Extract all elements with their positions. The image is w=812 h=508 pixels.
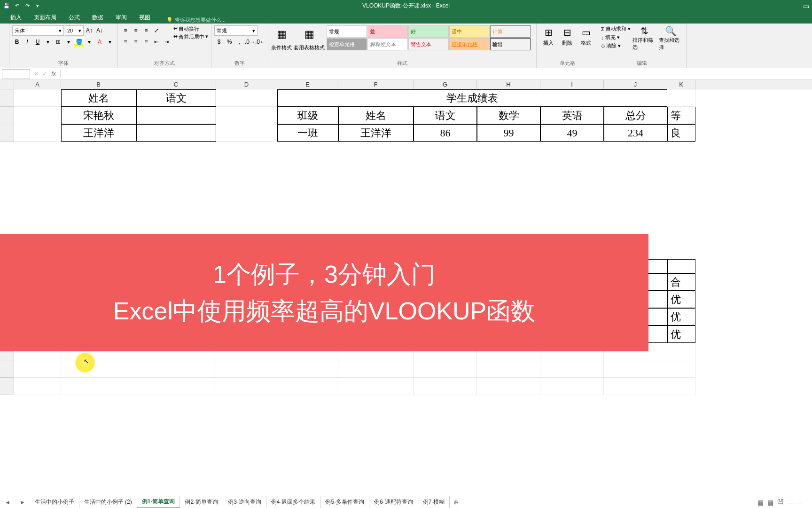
cell[interactable] — [14, 89, 61, 107]
clear-button[interactable]: ◇清除▾ — [601, 42, 631, 49]
row-header[interactable] — [0, 89, 14, 107]
sheet-tab[interactable]: 例2-简单查询 — [180, 496, 223, 508]
sheet-tab[interactable]: 例7-模糊 — [418, 496, 450, 508]
qat-customize-icon[interactable]: ▾ — [34, 2, 41, 10]
sheet-tab[interactable]: 例6-通配符查询 — [369, 496, 418, 508]
cell[interactable]: 良 — [667, 124, 695, 142]
bold-button[interactable]: B — [12, 37, 22, 47]
percent-icon[interactable]: % — [225, 37, 234, 47]
cell[interactable]: 一班 — [277, 124, 338, 142]
cell[interactable]: 86 — [414, 124, 477, 142]
fill-color-dropdown[interactable]: ▾ — [85, 37, 94, 47]
font-size-select[interactable]: 20▾ — [65, 25, 84, 36]
style-good[interactable]: 好 — [408, 25, 449, 38]
decrease-font-icon[interactable]: A↓ — [95, 25, 104, 36]
view-layout-icon[interactable]: ▤ — [767, 499, 773, 506]
increase-decimal-icon[interactable]: .0→ — [245, 37, 255, 47]
cell[interactable]: 99 — [477, 124, 540, 142]
style-linked[interactable]: 链接单元格 — [449, 38, 490, 50]
tab-view[interactable]: 视图 — [133, 12, 156, 24]
underline-dropdown[interactable]: ▾ — [43, 37, 53, 47]
cell[interactable] — [136, 107, 216, 124]
cell[interactable] — [667, 89, 695, 107]
cell[interactable]: 49 — [540, 124, 604, 142]
cell[interactable]: 优 — [667, 325, 695, 343]
cell[interactable]: 语文 — [414, 107, 477, 124]
style-neutral[interactable]: 适中 — [449, 25, 490, 38]
cell[interactable]: 姓名 — [61, 89, 136, 107]
col-header[interactable]: H — [477, 80, 540, 89]
align-left-icon[interactable]: ≡ — [121, 37, 130, 47]
style-normal[interactable]: 常规 — [327, 25, 367, 38]
font-color-dropdown[interactable]: ▾ — [105, 37, 115, 47]
merge-center-button[interactable]: ⬌合并后居中▾ — [173, 33, 208, 40]
cell[interactable] — [216, 107, 277, 124]
cell[interactable]: 班级 — [277, 107, 338, 124]
cell[interactable] — [14, 124, 61, 142]
sheet-tab[interactable]: 例4-返回多个结果 — [266, 496, 321, 508]
style-bad[interactable]: 差 — [367, 25, 408, 38]
cell[interactable]: 总分 — [604, 107, 667, 124]
fill-color-button[interactable]: 🪣 — [74, 37, 84, 47]
wrap-text-button[interactable]: ↩自动换行 — [173, 25, 208, 32]
enter-icon[interactable]: ✓ — [40, 71, 49, 77]
fill-button[interactable]: ↓填充▾ — [601, 34, 631, 41]
sheet-tab-active[interactable]: 例1-简单查询 — [137, 496, 180, 508]
fx-button[interactable]: fx — [49, 71, 58, 77]
save-icon[interactable]: 💾 — [3, 2, 10, 10]
font-color-button[interactable]: A — [95, 37, 104, 47]
comma-icon[interactable]: , — [235, 37, 244, 47]
cell[interactable]: 数学 — [477, 107, 540, 124]
cell[interactable]: 王洋洋 — [338, 124, 414, 142]
col-header[interactable]: D — [216, 80, 277, 89]
col-header[interactable]: G — [414, 80, 477, 89]
sheet-tab[interactable]: 生活中的小例子 (2) — [79, 496, 137, 508]
zoom-slider[interactable]: ― ― — [788, 499, 803, 506]
cell[interactable]: 合 — [667, 273, 695, 291]
col-header[interactable]: J — [604, 80, 667, 89]
select-all-corner[interactable] — [0, 80, 14, 89]
number-format-select[interactable]: 常规▾ — [214, 25, 258, 36]
cell[interactable] — [667, 259, 695, 273]
find-select-button[interactable]: 🔍查找和选择 — [659, 25, 683, 51]
tell-me-search[interactable]: 💡告诉我您想要做什么... — [166, 16, 226, 24]
col-header[interactable]: A — [14, 80, 61, 89]
view-pagebreak-icon[interactable]: 凹 — [777, 498, 784, 507]
tab-review[interactable]: 审阅 — [110, 12, 133, 24]
cell[interactable] — [216, 89, 277, 107]
redo-icon[interactable]: ↷ — [23, 2, 31, 10]
autosum-button[interactable]: Σ自动求和▾ — [601, 25, 631, 32]
name-box[interactable] — [2, 69, 30, 79]
col-header[interactable]: B — [61, 80, 136, 89]
align-middle-icon[interactable]: ≡ — [131, 25, 141, 36]
add-sheet-button[interactable]: ⊕ — [450, 499, 462, 506]
border-button[interactable]: ⊞ — [54, 37, 63, 47]
increase-font-icon[interactable]: A↑ — [85, 25, 94, 36]
style-output[interactable]: 输出 — [490, 38, 531, 50]
insert-cells-button[interactable]: ⊞插入 — [539, 25, 557, 47]
cell[interactable] — [216, 124, 277, 142]
col-header[interactable]: E — [277, 80, 338, 89]
align-center-icon[interactable]: ≡ — [131, 37, 141, 47]
row-header[interactable] — [0, 107, 14, 124]
cancel-icon[interactable]: ✕ — [32, 71, 40, 77]
format-cells-button[interactable]: ▭格式 — [577, 25, 595, 47]
cell[interactable]: 等 — [667, 107, 695, 124]
align-top-icon[interactable]: ≡ — [121, 25, 130, 36]
col-header[interactable]: I — [540, 80, 604, 89]
tab-insert[interactable]: 插入 — [5, 12, 27, 24]
style-check[interactable]: 检查单元格 — [327, 38, 367, 50]
col-header[interactable]: C — [136, 80, 216, 89]
cell[interactable]: 234 — [604, 124, 667, 142]
cell[interactable]: 王洋洋 — [61, 124, 136, 142]
align-bottom-icon[interactable]: ≡ — [141, 25, 151, 36]
tab-data[interactable]: 数据 — [86, 12, 109, 24]
row-header[interactable] — [0, 360, 14, 378]
ribbon-options-icon[interactable]: ▭ — [803, 2, 809, 10]
cell[interactable] — [136, 124, 216, 142]
sheet-tab[interactable]: 例5-多条件查询 — [320, 496, 369, 508]
sheet-nav-prev-icon[interactable]: ◄ — [0, 499, 15, 506]
border-dropdown[interactable]: ▾ — [64, 37, 73, 47]
orientation-icon[interactable]: ⤢ — [152, 25, 161, 36]
cell[interactable]: 英语 — [540, 107, 604, 124]
